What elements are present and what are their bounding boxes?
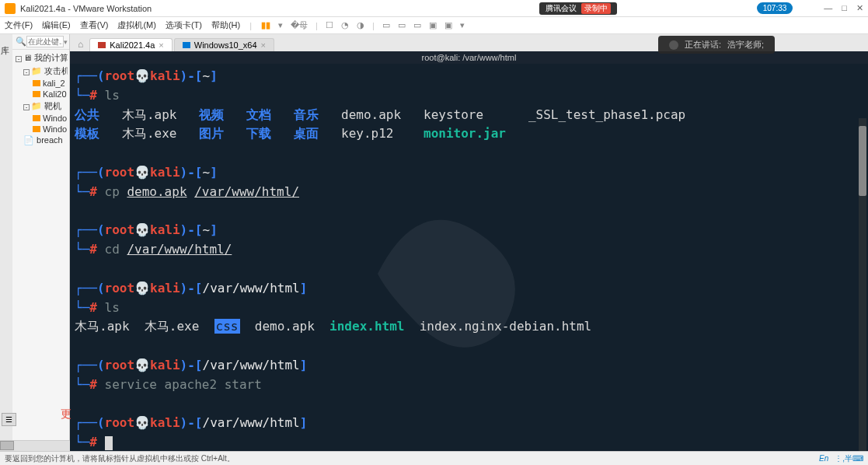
separator: | (372, 21, 375, 30)
sidebar: 库 🔍 ▾ -🖥 我的计算机 -📁 攻击机 kali_2 Kali20 -📁 靶… (0, 34, 70, 451)
window-title: Kali2021.4a - VMware Workstation (20, 4, 539, 13)
ls-item: monitor.jar (424, 126, 506, 141)
terminal-scrollbar[interactable] (859, 118, 866, 451)
toolbar-icon[interactable]: ▭ (413, 20, 421, 30)
vm-icon (98, 42, 106, 48)
toolbar-icon[interactable]: �母 (291, 19, 308, 31)
dropdown-icon[interactable]: ▾ (64, 38, 68, 46)
speaker-label: 正在讲话: (685, 39, 721, 51)
sidebar-search: 🔍 ▾ (12, 34, 69, 50)
toolbar-icon[interactable]: ▣ (444, 20, 452, 30)
home-tab-icon[interactable]: ⌂ (73, 37, 88, 51)
ls-item: 桌面 (294, 126, 319, 141)
ls-item: demo.apk (255, 319, 315, 334)
ls-item: 公共 (75, 107, 99, 122)
meeting-badge: 腾讯会议 录制中 (539, 2, 617, 15)
ls-item: 音乐 (294, 107, 319, 122)
close-button[interactable]: ✕ (856, 3, 863, 13)
menu-help[interactable]: 帮助(H) (211, 19, 240, 31)
ls-item: 模板 (75, 126, 99, 141)
ls-item: 文档 (246, 107, 271, 122)
tab-label: Windows10_x64 (194, 40, 257, 50)
separator: | (249, 21, 252, 30)
ls-item: 木马.apk (75, 319, 130, 334)
toolbar-icon[interactable]: ☐ (326, 20, 333, 30)
speaker-name: 浩宇老师; (727, 39, 764, 51)
main-panel: ⌂ Kali2021.4a × Windows10_x64 × root@kal… (70, 34, 868, 451)
tree-target[interactable]: -📁 靶机 (14, 100, 68, 113)
tab-kali[interactable]: Kali2021.4a × (89, 38, 173, 51)
ls-item: key.p12 (341, 126, 393, 141)
tab-close-icon[interactable]: × (261, 40, 266, 50)
meeting-label: 腾讯会议 (546, 3, 577, 14)
menu-edit[interactable]: 编辑(E) (42, 19, 71, 31)
tree-root[interactable]: -🖥 我的计算机 (14, 51, 68, 65)
tree-attack[interactable]: -📁 攻击机 (14, 65, 68, 78)
menu-view[interactable]: 查看(V) (80, 19, 109, 31)
menu-bar: 文件(F) 编辑(E) 查看(V) 虚拟机(M) 选项卡(T) 帮助(H) | … (0, 17, 868, 34)
search-input[interactable] (26, 36, 64, 47)
terminal[interactable]: ┌──(root💀kali)-[~] └─# ls 公共 木马.apk 视频 文… (70, 64, 868, 451)
toolbar-icon[interactable]: ◑ (357, 20, 364, 30)
toolbar-icon[interactable]: ◔ (341, 20, 349, 30)
ls-item: demo.apk (341, 107, 401, 122)
ime-icon[interactable]: ⋮,半⌨ (835, 453, 863, 464)
ls-item: 图片 (199, 126, 224, 141)
mic-icon (669, 40, 678, 50)
tree-win1[interactable]: Windo (14, 113, 68, 124)
status-hint: 要返回到您的计算机，请将鼠标指针从虚拟机中移出或按 Ctrl+Alt。 (5, 453, 235, 464)
content-area: 库 🔍 ▾ -🖥 我的计算机 -📁 攻击机 kali_2 Kali20 -📁 靶… (0, 34, 868, 451)
terminal-cursor (105, 436, 113, 450)
toolbar-icon[interactable]: ▭ (382, 20, 390, 30)
tree-breach[interactable]: 📄 breach (14, 135, 68, 146)
toolbar-icon[interactable]: ▭ (398, 20, 406, 30)
pause-button[interactable]: ▮▮ (261, 20, 270, 30)
maximize-button[interactable]: □ (842, 3, 847, 13)
ls-item: css (214, 319, 240, 334)
speaker-indicator: 正在讲话: 浩宇老师; (658, 36, 775, 54)
tab-close-icon[interactable]: × (159, 40, 163, 50)
library-label[interactable]: 库 (0, 34, 12, 451)
ls-item: index.html (329, 319, 404, 334)
overlay-char: 更 (61, 407, 71, 421)
status-bar: 要返回到您的计算机，请将鼠标指针从虚拟机中移出或按 Ctrl+Alt。 En ⋮… (0, 451, 868, 465)
vmware-icon (5, 3, 16, 14)
ls-item: _SSL_test_phase1.pcap (528, 107, 685, 122)
ls-item: 视频 (199, 107, 224, 122)
meeting-clock: 107:33 (757, 2, 793, 14)
collapse-button[interactable]: ☰ (2, 413, 16, 426)
ls-item: 木马.apk (122, 107, 177, 122)
ls-item: keystore (424, 107, 483, 122)
minimize-button[interactable]: — (824, 3, 832, 13)
tree-win2[interactable]: Windo (14, 124, 68, 135)
recording-badge: 录制中 (581, 3, 611, 14)
vm-icon (183, 42, 190, 48)
window-titlebar: Kali2021.4a - VMware Workstation 腾讯会议 录制… (0, 0, 868, 17)
ls-item: 木马.exe (145, 319, 200, 334)
window-controls: — □ ✕ (824, 3, 863, 13)
toolbar-icon[interactable]: ▾ (278, 20, 283, 30)
tree-kali2[interactable]: kali_2 (14, 78, 68, 89)
tab-label: Kali2021.4a (110, 40, 155, 50)
tab-windows[interactable]: Windows10_x64 × (174, 38, 274, 51)
sidebar-hscrollbar[interactable] (0, 440, 70, 451)
menu-tabs[interactable]: 选项卡(T) (166, 19, 202, 31)
vm-tree: -🖥 我的计算机 -📁 攻击机 kali_2 Kali20 -📁 靶机 Wind… (12, 50, 69, 148)
search-icon[interactable]: 🔍 (16, 37, 26, 47)
toolbar: ▮▮ ▾ �母 | ☐ ◔ ◑ | ▭ ▭ ▭ ▣ ▣ ▾ (261, 19, 465, 31)
ls-item: 木马.exe (122, 126, 177, 141)
ls-item: index.nginx-debian.html (420, 319, 592, 334)
tree-kali20[interactable]: Kali20 (14, 89, 68, 100)
ime-indicator[interactable]: En (819, 454, 828, 463)
ls-item: 下载 (246, 126, 271, 141)
menu-vm[interactable]: 虚拟机(M) (117, 19, 156, 31)
separator: | (315, 21, 318, 30)
toolbar-icon[interactable]: ▣ (429, 20, 437, 30)
toolbar-icon[interactable]: ▾ (460, 20, 465, 30)
menu-file[interactable]: 文件(F) (5, 19, 33, 31)
